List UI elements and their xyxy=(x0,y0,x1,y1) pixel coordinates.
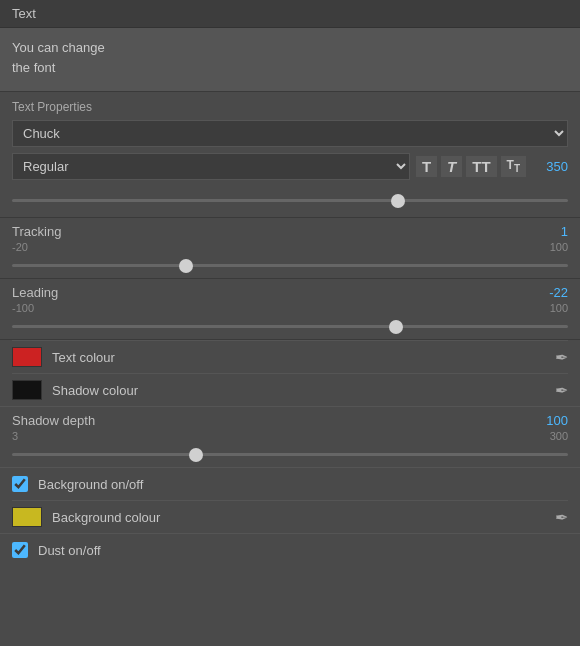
background-onoff-label: Background on/off xyxy=(38,477,143,492)
shadow-depth-row: Shadow depth 100 xyxy=(12,413,568,428)
background-colour-label: Background colour xyxy=(52,510,549,525)
shadow-depth-min: 3 xyxy=(12,430,18,442)
shadow-depth-max: 300 xyxy=(550,430,568,442)
text-colour-eyedropper-icon[interactable]: ✒ xyxy=(555,348,568,367)
background-colour-section: Background colour ✒ xyxy=(0,500,580,533)
background-colour-row: Background colour ✒ xyxy=(12,500,568,533)
dust-onoff-checkbox[interactable] xyxy=(12,542,28,558)
shadow-depth-value: 100 xyxy=(546,413,568,428)
background-onoff-row: Background on/off xyxy=(0,467,580,500)
underline-format-button[interactable]: TT xyxy=(501,156,526,176)
font-style-row: Regular T T TT TT 350 xyxy=(12,153,568,180)
preview-line1: You can change xyxy=(12,38,568,58)
font-family-select[interactable]: Chuck xyxy=(12,120,568,147)
leading-range: -100 100 xyxy=(12,302,568,314)
shadow-depth-slider[interactable] xyxy=(12,453,568,456)
dust-onoff-label: Dust on/off xyxy=(38,543,101,558)
shadow-colour-label: Shadow colour xyxy=(52,383,549,398)
font-family-row: Chuck xyxy=(12,120,568,147)
main-panel: Text You can change the font Text Proper… xyxy=(0,0,580,566)
shadow-depth-range: 3 300 xyxy=(12,430,568,442)
header-title: Text xyxy=(12,6,36,21)
leading-section: Leading -22 -100 100 xyxy=(0,279,580,340)
tracking-value: 1 xyxy=(561,224,568,239)
leading-row: Leading -22 xyxy=(12,285,568,300)
leading-value: -22 xyxy=(549,285,568,300)
text-colour-section: Text colour ✒ Shadow colour ✒ xyxy=(0,340,580,406)
dust-onoff-row: Dust on/off xyxy=(0,533,580,566)
preview-area: You can change the font xyxy=(0,28,580,92)
shadow-depth-section: Shadow depth 100 3 300 xyxy=(0,406,580,467)
shadow-colour-row: Shadow colour ✒ xyxy=(12,373,568,406)
tracking-section: Tracking 1 -20 100 xyxy=(0,218,580,279)
tracking-row: Tracking 1 xyxy=(12,224,568,239)
text-colour-row: Text colour ✒ xyxy=(12,340,568,373)
text-colour-swatch[interactable] xyxy=(12,347,42,367)
background-onoff-checkbox[interactable] xyxy=(12,476,28,492)
tracking-max: 100 xyxy=(550,241,568,253)
background-colour-eyedropper-icon[interactable]: ✒ xyxy=(555,508,568,527)
text-colour-label: Text colour xyxy=(52,350,549,365)
text-properties-section: Text Properties Chuck Regular T T TT TT … xyxy=(0,92,580,218)
leading-label: Leading xyxy=(12,285,58,300)
background-colour-swatch[interactable] xyxy=(12,507,42,527)
tracking-range: -20 100 xyxy=(12,241,568,253)
bold-format-button[interactable]: T xyxy=(416,156,437,177)
shadow-depth-label: Shadow depth xyxy=(12,413,95,428)
shadow-colour-eyedropper-icon[interactable]: ✒ xyxy=(555,381,568,400)
font-size-value: 350 xyxy=(538,159,568,174)
leading-min: -100 xyxy=(12,302,34,314)
tracking-slider[interactable] xyxy=(12,264,568,267)
italic-format-button[interactable]: T xyxy=(441,156,462,177)
format-buttons: T T TT TT xyxy=(416,156,526,177)
preview-line2: the font xyxy=(12,58,568,78)
text-properties-label: Text Properties xyxy=(12,100,568,114)
uppercase-format-button[interactable]: TT xyxy=(466,156,496,177)
leading-slider[interactable] xyxy=(12,325,568,328)
tracking-min: -20 xyxy=(12,241,28,253)
leading-max: 100 xyxy=(550,302,568,314)
font-size-slider[interactable] xyxy=(12,199,568,202)
tracking-label: Tracking xyxy=(12,224,61,239)
font-size-slider-container xyxy=(12,186,568,213)
shadow-colour-swatch[interactable] xyxy=(12,380,42,400)
font-style-select[interactable]: Regular xyxy=(12,153,410,180)
section-header: Text xyxy=(0,0,580,28)
